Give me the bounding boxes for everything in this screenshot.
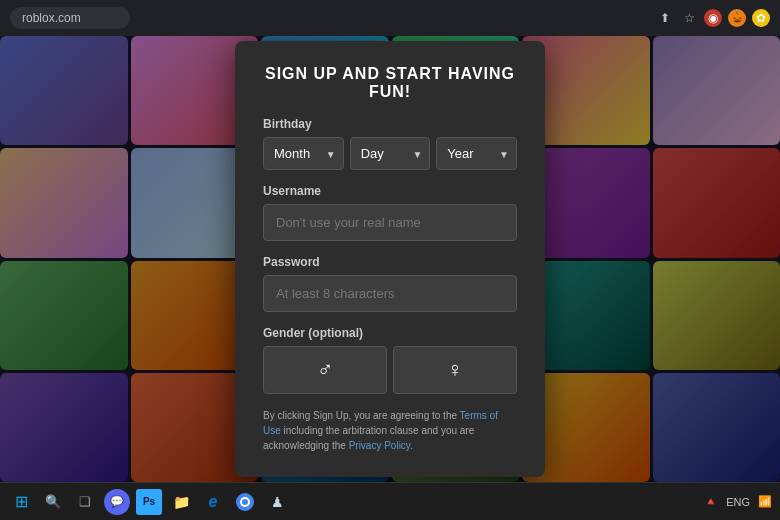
- birthday-field-group: Birthday Month JanuaryFebruaryMarch Apri…: [263, 117, 517, 170]
- gender-male-button[interactable]: ♂: [263, 346, 387, 394]
- edge-icon[interactable]: e: [200, 489, 226, 515]
- browser-bar: roblox.com ⬆ ☆ ◉ 🎃 ✿: [0, 0, 780, 36]
- year-select[interactable]: Year: [436, 137, 517, 170]
- username-field-group: Username: [263, 184, 517, 241]
- year-select-wrapper: Year ▼: [436, 137, 517, 170]
- photoshop-icon[interactable]: Ps: [136, 489, 162, 515]
- svg-point-2: [242, 499, 248, 505]
- chrome-icon[interactable]: [232, 489, 258, 515]
- day-select-wrapper: Day ▼: [350, 137, 431, 170]
- start-button[interactable]: ⊞: [8, 489, 34, 515]
- steam-icon[interactable]: ♟: [264, 489, 290, 515]
- terms-text-before: By clicking Sign Up, you are agreeing to…: [263, 410, 460, 421]
- wifi-icon: 📶: [758, 495, 772, 508]
- terms-text: By clicking Sign Up, you are agreeing to…: [263, 408, 517, 453]
- privacy-policy-link[interactable]: Privacy Policy: [349, 440, 411, 451]
- settings-icon[interactable]: ✿: [752, 9, 770, 27]
- password-label: Password: [263, 255, 517, 269]
- search-taskbar-button[interactable]: 🔍: [40, 489, 66, 515]
- username-label: Username: [263, 184, 517, 198]
- taskbar-right: 🔺 ENG 📶: [704, 495, 772, 508]
- favorite-icon[interactable]: ☆: [680, 9, 698, 27]
- signup-card: SIGN UP AND START HAVING FUN! Birthday M…: [235, 41, 545, 477]
- taskbar: ⊞ 🔍 ❑ 💬 Ps 📁 e ♟ 🔺 ENG 📶: [0, 482, 780, 520]
- share-icon[interactable]: ⬆: [656, 9, 674, 27]
- gender-label: Gender (optional): [263, 326, 517, 340]
- username-input[interactable]: [263, 204, 517, 241]
- discord-icon[interactable]: 💬: [104, 489, 130, 515]
- signup-title: SIGN UP AND START HAVING FUN!: [263, 65, 517, 101]
- shield-icon: ◉: [704, 9, 722, 27]
- password-field-group: Password: [263, 255, 517, 312]
- gender-field-group: Gender (optional) ♂ ♀: [263, 326, 517, 394]
- language-indicator: ENG: [726, 496, 750, 508]
- gender-female-button[interactable]: ♀: [393, 346, 517, 394]
- terms-text-after: .: [410, 440, 413, 451]
- gender-row: ♂ ♀: [263, 346, 517, 394]
- folder-icon[interactable]: 📁: [168, 489, 194, 515]
- birthday-label: Birthday: [263, 117, 517, 131]
- female-icon: ♀: [447, 357, 464, 383]
- fun-icon: 🎃: [728, 9, 746, 27]
- password-input[interactable]: [263, 275, 517, 312]
- url-bar[interactable]: roblox.com: [10, 7, 130, 29]
- main-area: R0BL0X SIGN UP AND START HAVING FUN! Bir…: [0, 36, 780, 482]
- network-icon: 🔺: [704, 495, 718, 508]
- birthday-row: Month JanuaryFebruaryMarch AprilMayJune …: [263, 137, 517, 170]
- browser-icons: ⬆ ☆ ◉ 🎃 ✿: [656, 9, 770, 27]
- male-icon: ♂: [317, 357, 334, 383]
- task-view-button[interactable]: ❑: [72, 489, 98, 515]
- month-select[interactable]: Month JanuaryFebruaryMarch AprilMayJune …: [263, 137, 344, 170]
- day-select[interactable]: Day: [350, 137, 431, 170]
- month-select-wrapper: Month JanuaryFebruaryMarch AprilMayJune …: [263, 137, 344, 170]
